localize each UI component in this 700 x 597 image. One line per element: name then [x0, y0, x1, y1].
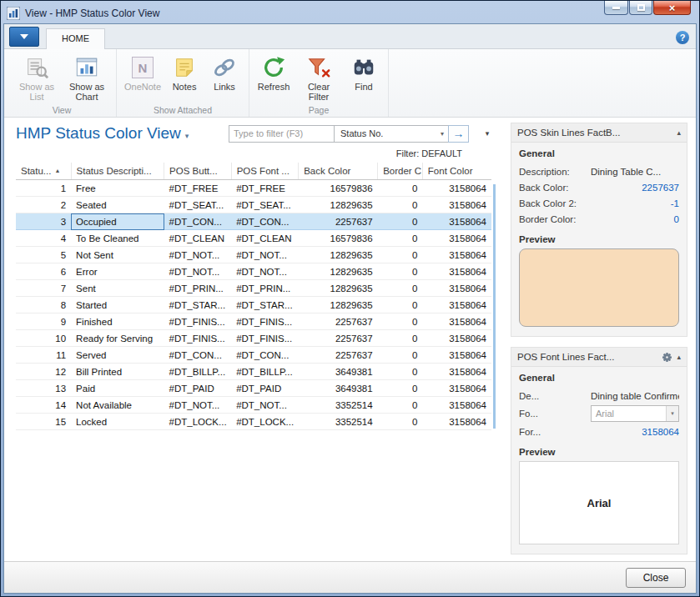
cell-font_color[interactable]: 3158064: [422, 314, 491, 330]
cell-border_color[interactable]: 0: [378, 213, 423, 230]
cell-description[interactable]: Seated: [71, 197, 164, 213]
maximize-button[interactable]: [629, 1, 652, 15]
cell-status_no[interactable]: 7: [16, 280, 71, 297]
cell-border_color[interactable]: 0: [378, 397, 423, 414]
table-row[interactable]: 6Error#DT_NOT...#DT_NOT...12829635031580…: [16, 263, 491, 280]
close-button[interactable]: Close: [626, 568, 686, 588]
cell-border_color[interactable]: 0: [378, 314, 423, 330]
cell-status_no[interactable]: 4: [16, 230, 71, 247]
cell-pos_button[interactable]: #DT_CON...: [164, 213, 232, 230]
cell-status_no[interactable]: 3: [16, 213, 71, 230]
page-title-menu-icon[interactable]: ▾: [185, 132, 189, 140]
cell-pos_font[interactable]: #DT_SEAT...: [231, 197, 299, 213]
cell-description[interactable]: Finished: [71, 314, 164, 330]
links-button[interactable]: Links: [205, 53, 244, 92]
cell-border_color[interactable]: 0: [378, 297, 423, 314]
cell-pos_font[interactable]: #DT_BILLP...: [231, 364, 299, 380]
cell-border_color[interactable]: 0: [378, 414, 423, 430]
table-row[interactable]: 14Not Available#DT_NOT...#DT_NOT...33525…: [16, 397, 491, 414]
app-menu-button[interactable]: [9, 27, 39, 47]
cell-back_color[interactable]: 3352514: [299, 414, 378, 430]
table-row[interactable]: 12Bill Printed#DT_BILLP...#DT_BILLP...36…: [16, 364, 491, 380]
column-header-font-color[interactable]: Font Color: [422, 163, 491, 180]
cell-pos_font[interactable]: #DT_FINIS...: [231, 314, 299, 330]
cell-font_color[interactable]: 3158064: [422, 197, 491, 213]
cell-pos_button[interactable]: #DT_FREE: [164, 180, 232, 197]
cell-description[interactable]: Occupied: [71, 213, 164, 230]
cell-border_color[interactable]: 0: [378, 364, 423, 380]
cell-pos_font[interactable]: #DT_CON...: [231, 347, 299, 364]
cell-back_color[interactable]: 2257637: [299, 330, 378, 347]
cell-pos_button[interactable]: #DT_PAID: [164, 380, 232, 397]
cell-status_no[interactable]: 9: [16, 314, 71, 330]
column-header-border-color[interactable]: Border C...: [378, 163, 423, 180]
cell-description[interactable]: Free: [71, 180, 164, 197]
cell-pos_button[interactable]: #DT_NOT...: [164, 247, 232, 263]
cell-status_no[interactable]: 5: [16, 247, 71, 263]
cell-description[interactable]: Locked: [71, 414, 164, 430]
cell-description[interactable]: Ready for Serving: [71, 330, 164, 347]
table-row[interactable]: 3Occupied#DT_CON...#DT_CON...22576370315…: [16, 213, 491, 230]
table-row[interactable]: 10Ready for Serving#DT_FINIS...#DT_FINIS…: [16, 330, 491, 347]
cell-border_color[interactable]: 0: [378, 230, 423, 247]
cell-font_color[interactable]: 3158064: [422, 297, 491, 314]
cell-status_no[interactable]: 6: [16, 263, 71, 280]
cell-font_color[interactable]: 3158064: [422, 230, 491, 247]
cell-description[interactable]: To Be Cleaned: [71, 230, 164, 247]
apply-filter-button[interactable]: →: [448, 125, 469, 143]
cell-pos_font[interactable]: #DT_CLEAN: [231, 230, 299, 247]
cell-back_color[interactable]: 2257637: [299, 347, 378, 364]
cell-back_color[interactable]: 16579836: [299, 230, 378, 247]
cell-pos_font[interactable]: #DT_PRIN...: [231, 280, 299, 297]
collapse-icon[interactable]: ▴: [677, 128, 681, 137]
cell-font_color[interactable]: 3158064: [422, 280, 491, 297]
cell-font_color[interactable]: 3158064: [422, 380, 491, 397]
filter-pane-expander[interactable]: ▾: [477, 129, 497, 138]
cell-pos_font[interactable]: #DT_NOT...: [231, 263, 299, 280]
table-row[interactable]: 2Seated#DT_SEAT...#DT_SEAT...12829635031…: [16, 197, 491, 213]
cell-back_color[interactable]: 3649381: [299, 380, 378, 397]
table-row[interactable]: 1Free#DT_FREE#DT_FREE1657983603158064: [16, 180, 491, 197]
cell-description[interactable]: Sent: [71, 280, 164, 297]
cell-pos_font[interactable]: #DT_FREE: [231, 180, 299, 197]
cell-pos_font[interactable]: #DT_STAR...: [231, 297, 299, 314]
table-row[interactable]: 13Paid#DT_PAID#DT_PAID364938103158064: [16, 380, 491, 397]
cell-description[interactable]: Not Available: [71, 397, 164, 414]
cell-pos_font[interactable]: #DT_FINIS...: [231, 330, 299, 347]
cell-back_color[interactable]: 12829635: [299, 263, 378, 280]
cell-back_color[interactable]: 2257637: [299, 213, 378, 230]
column-header-description[interactable]: Status Descripti...: [71, 163, 164, 180]
cell-pos_button[interactable]: #DT_NOT...: [164, 397, 232, 414]
cell-border_color[interactable]: 0: [378, 263, 423, 280]
column-header-status-no[interactable]: Statu...▲: [16, 163, 71, 180]
cell-pos_font[interactable]: #DT_NOT...: [231, 397, 299, 414]
cell-pos_font[interactable]: #DT_NOT...: [231, 247, 299, 263]
tab-home[interactable]: HOME: [46, 28, 105, 49]
cell-pos_button[interactable]: #DT_CON...: [164, 347, 232, 364]
cell-font_color[interactable]: 3158064: [422, 213, 491, 230]
cell-font_color[interactable]: 3158064: [422, 247, 491, 263]
cell-pos_button[interactable]: #DT_BILLP...: [164, 364, 232, 380]
cell-back_color[interactable]: 12829635: [299, 280, 378, 297]
table-scrollbar[interactable]: [493, 184, 496, 429]
cell-back_color[interactable]: 16579836: [299, 180, 378, 197]
cell-status_no[interactable]: 1: [16, 180, 71, 197]
cell-description[interactable]: Served: [71, 347, 164, 364]
cell-border_color[interactable]: 0: [378, 197, 423, 213]
table-row[interactable]: 5Not Sent#DT_NOT...#DT_NOT...12829635031…: [16, 247, 491, 263]
cell-pos_button[interactable]: #DT_NOT...: [164, 263, 232, 280]
cell-pos_button[interactable]: #DT_FINIS...: [164, 314, 232, 330]
cell-font_color[interactable]: 3158064: [422, 330, 491, 347]
cell-status_no[interactable]: 14: [16, 397, 71, 414]
cell-pos_font[interactable]: #DT_CON...: [231, 213, 299, 230]
cell-status_no[interactable]: 15: [16, 414, 71, 430]
cell-font_color[interactable]: 3158064: [422, 347, 491, 364]
cell-pos_button[interactable]: #DT_FINIS...: [164, 330, 232, 347]
cell-pos_button[interactable]: #DT_STAR...: [164, 297, 232, 314]
cell-description[interactable]: Not Sent: [71, 247, 164, 263]
cell-back_color[interactable]: 12829635: [299, 197, 378, 213]
cell-status_no[interactable]: 12: [16, 364, 71, 380]
cell-status_no[interactable]: 11: [16, 347, 71, 364]
cell-status_no[interactable]: 13: [16, 380, 71, 397]
combobox-dropdown-icon[interactable]: ▾: [666, 406, 678, 421]
